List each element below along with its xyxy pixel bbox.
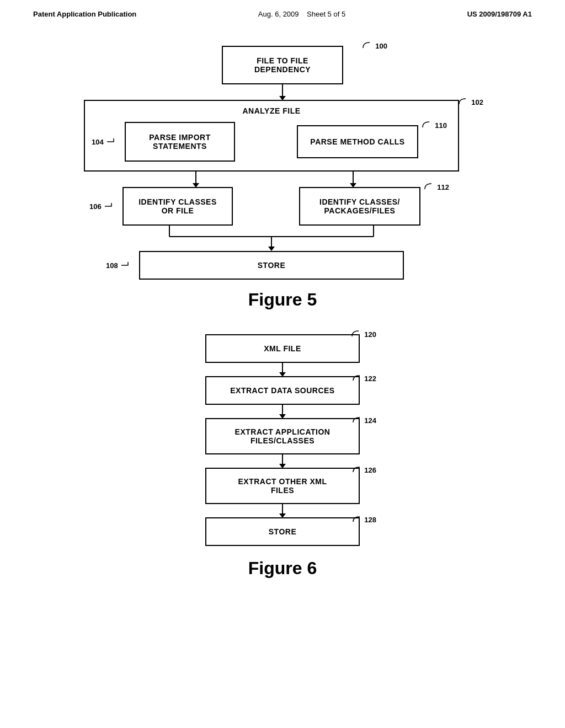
extract-app-box: EXTRACT APPLICATION FILES/CLASSES (205, 418, 360, 454)
ref-126: 126 (350, 465, 376, 474)
header-center: Aug. 6, 2009 Sheet 5 of 5 (258, 10, 345, 18)
extract-ds-label: EXTRACT DATA SOURCES (230, 386, 334, 395)
figure6-label: Figure 6 (248, 558, 317, 579)
store5-box: STORE (139, 251, 404, 280)
sheet-info: Sheet 5 of 5 (307, 10, 345, 18)
extract-xml-box: EXTRACT OTHER XML FILES (205, 468, 360, 504)
ref-108: 108 (106, 260, 130, 271)
page-header: Patent Application Publication Aug. 6, 2… (0, 0, 565, 18)
parse-import-label: PARSE IMPORT STATEMENTS (149, 133, 211, 151)
analyze-file-box: 102 ANALYZE FILE 104 PARSE IMPORT STATEM… (84, 100, 459, 172)
publication-label: Patent Application Publication (33, 10, 136, 18)
identify-row: 106 IDENTIFY CLASSES OR FILE IDENTIFY CL… (84, 187, 459, 226)
store-row: 108 STORE (84, 251, 459, 280)
figure6-diagram: XML FILE 120 EXTRACT DATA SOURCES 122 (167, 334, 398, 546)
parse-import-box: PARSE IMPORT STATEMENTS (125, 122, 235, 162)
ref-110: 110 (418, 120, 447, 131)
main-content: FILE TO FILE DEPENDENCY 100 102 ANALYZE … (0, 18, 565, 592)
identify-packages-box: IDENTIFY CLASSES/ PACKAGES/FILES (299, 187, 420, 226)
ref-104: 104 (92, 136, 116, 147)
identify-classes-box: IDENTIFY CLASSES OR FILE (122, 187, 233, 226)
ref-106: 106 (89, 201, 114, 212)
extract-app-label: EXTRACT APPLICATION FILES/CLASSES (235, 427, 331, 445)
header-right: US 2009/198709 A1 (467, 10, 532, 18)
parse-method-label: PARSE METHOD CALLS (310, 137, 404, 146)
ref-120: 120 (348, 329, 376, 340)
pub-date: Aug. 6, 2009 (258, 10, 299, 18)
store6-label: STORE (269, 527, 296, 536)
identify-packages-label: IDENTIFY CLASSES/ PACKAGES/FILES (319, 197, 400, 215)
ref-124: 124 (350, 416, 376, 425)
file-to-file-label: FILE TO FILE DEPENDENCY (254, 56, 311, 74)
file-to-file-box: FILE TO FILE DEPENDENCY (222, 46, 343, 84)
xml-file-box: XML FILE (205, 334, 360, 363)
identify-classes-label: IDENTIFY CLASSES OR FILE (138, 197, 217, 215)
store5-label: STORE (258, 261, 285, 270)
figure5-diagram: FILE TO FILE DEPENDENCY 100 102 ANALYZE … (84, 46, 481, 280)
arrows-section (84, 172, 459, 187)
parse-method-box: PARSE METHOD CALLS (297, 125, 418, 158)
ref-112: 112 (420, 181, 449, 192)
analyze-file-title: ANALYZE FILE (94, 106, 449, 115)
ref-128: 128 (350, 515, 376, 524)
ref-100: 100 (359, 40, 387, 51)
patent-number: US 2009/198709 A1 (467, 10, 532, 18)
converge-arrows (84, 226, 459, 251)
figure5-label: Figure 5 (248, 290, 317, 310)
store6-box: STORE (205, 517, 360, 546)
xml-file-label: XML FILE (264, 344, 301, 353)
extract-ds-box: EXTRACT DATA SOURCES (205, 376, 360, 405)
extract-xml-label: EXTRACT OTHER XML FILES (238, 477, 327, 495)
svg-marker-5 (268, 247, 275, 251)
ref-102: 102 (455, 97, 483, 108)
header-left: Patent Application Publication (33, 10, 136, 18)
ref-122: 122 (350, 374, 376, 383)
